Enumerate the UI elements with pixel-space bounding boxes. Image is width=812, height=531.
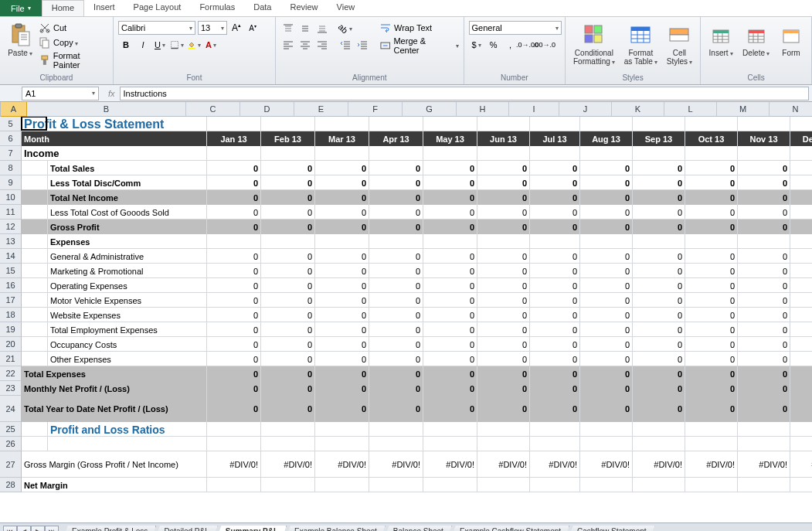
cell[interactable] [790, 437, 812, 451]
cell[interactable]: 0 [790, 293, 812, 308]
cell[interactable]: 0 [261, 352, 315, 366]
cell[interactable]: Website Expenses [48, 308, 207, 322]
cell[interactable]: 0 [315, 175, 369, 190]
cell[interactable]: 0 [530, 249, 580, 264]
underline-button[interactable]: U [152, 37, 168, 53]
cell[interactable]: 0 [685, 337, 738, 352]
cell[interactable] [685, 478, 738, 492]
cell[interactable]: 0 [207, 381, 261, 396]
cell[interactable]: #DIV/0! [477, 451, 530, 478]
cell[interactable]: 0 [261, 381, 315, 396]
cell[interactable]: 0 [685, 381, 738, 396]
cell[interactable]: #DIV/0! [530, 451, 580, 478]
cell[interactable]: 0 [530, 205, 580, 220]
col-header-E[interactable]: E [294, 102, 348, 117]
copy-button[interactable]: Copy [39, 36, 108, 49]
font-name-select[interactable]: Calibri▾ [118, 21, 195, 35]
cell[interactable] [738, 478, 790, 492]
cell[interactable] [477, 146, 530, 161]
cell[interactable]: 0 [633, 220, 685, 234]
col-header-K[interactable]: K [612, 102, 664, 117]
wrap-text-button[interactable]: Wrap Text [379, 21, 459, 35]
cell[interactable]: 0 [738, 322, 790, 337]
cell[interactable] [22, 422, 48, 437]
cell[interactable]: 0 [207, 220, 261, 234]
row-header-10[interactable]: 10 [0, 190, 22, 205]
align-right-button[interactable] [314, 37, 330, 53]
cell[interactable]: 0 [685, 352, 738, 366]
cell[interactable]: 0 [369, 175, 423, 190]
cell[interactable]: Feb 13 [261, 131, 315, 146]
font-color-button[interactable]: A [203, 37, 219, 53]
cell[interactable] [738, 422, 790, 437]
cell[interactable]: Month [22, 131, 207, 146]
cell[interactable]: 0 [530, 352, 580, 366]
cell[interactable] [685, 146, 738, 161]
cell[interactable]: 0 [685, 190, 738, 205]
sheet-tab[interactable]: Cashflow Statement [569, 526, 655, 532]
cell[interactable]: 0 [315, 352, 369, 366]
cell[interactable]: 0 [580, 161, 633, 175]
cell[interactable]: 0 [530, 220, 580, 234]
insert-cells-button[interactable]: Insert [705, 21, 736, 60]
cell[interactable]: 0 [207, 190, 261, 205]
cell[interactable]: 0 [790, 264, 812, 278]
cell[interactable]: 0 [738, 381, 790, 396]
cell[interactable]: Jan 13 [207, 131, 261, 146]
cell[interactable] [22, 161, 48, 175]
cell[interactable]: Nov 13 [738, 131, 790, 146]
cell[interactable]: 0 [685, 322, 738, 337]
cell[interactable]: 0 [685, 308, 738, 322]
file-tab[interactable]: File▾ [0, 0, 42, 16]
cell[interactable]: Occupancy Costs [48, 337, 207, 352]
cell[interactable] [207, 146, 261, 161]
cell[interactable] [633, 234, 685, 249]
cell[interactable] [530, 422, 580, 437]
border-button[interactable] [169, 37, 185, 53]
cell[interactable] [790, 117, 812, 131]
cell[interactable] [423, 437, 477, 451]
cell[interactable]: 0 [369, 381, 423, 396]
cell[interactable]: 0 [685, 293, 738, 308]
cell[interactable]: 0 [261, 175, 315, 190]
cell[interactable]: 0 [580, 381, 633, 396]
col-header-N[interactable]: N [770, 102, 812, 117]
cell[interactable] [530, 146, 580, 161]
cell[interactable] [685, 234, 738, 249]
cell[interactable]: 0 [738, 308, 790, 322]
cell[interactable]: 0 [315, 337, 369, 352]
cell[interactable]: 0 [315, 293, 369, 308]
cell[interactable]: 0 [738, 352, 790, 366]
cell[interactable]: 0 [423, 161, 477, 175]
cell[interactable]: 0 [423, 322, 477, 337]
align-top-button[interactable] [280, 21, 296, 36]
cell[interactable] [738, 437, 790, 451]
cell[interactable]: 0 [261, 396, 315, 422]
cell[interactable]: 0 [369, 190, 423, 205]
row-header-6[interactable]: 6 [0, 131, 22, 146]
col-header-B[interactable]: B [27, 102, 186, 117]
cell[interactable]: 0 [633, 381, 685, 396]
cell[interactable] [261, 117, 315, 131]
row-header-8[interactable]: 8 [0, 161, 22, 175]
cell[interactable]: 0 [423, 308, 477, 322]
cell[interactable]: 0 [369, 161, 423, 175]
cell[interactable]: 0 [738, 249, 790, 264]
font-size-select[interactable]: 13▾ [198, 21, 227, 35]
cell[interactable]: 0 [580, 249, 633, 264]
cell[interactable]: Aug 13 [580, 131, 633, 146]
sheet-tab[interactable]: Example Balance Sheet [286, 526, 386, 532]
sheet-nav-prev[interactable]: ◀ [17, 526, 31, 532]
cell[interactable]: 0 [315, 322, 369, 337]
cell[interactable]: 0 [633, 337, 685, 352]
cell[interactable]: May 13 [423, 131, 477, 146]
cell[interactable]: Apr 13 [369, 131, 423, 146]
row-header-18[interactable]: 18 [0, 308, 22, 322]
cell[interactable]: 0 [207, 396, 261, 422]
cell[interactable]: 0 [530, 366, 580, 381]
cell[interactable]: #DIV/0! [315, 451, 369, 478]
cells-area[interactable]: Profit & Loss StatementMonthJan 13Feb 13… [22, 117, 812, 522]
cell[interactable]: 0 [738, 293, 790, 308]
tab-review[interactable]: Review [280, 0, 327, 16]
conditional-formatting-button[interactable]: Conditional Formatting [570, 21, 618, 68]
